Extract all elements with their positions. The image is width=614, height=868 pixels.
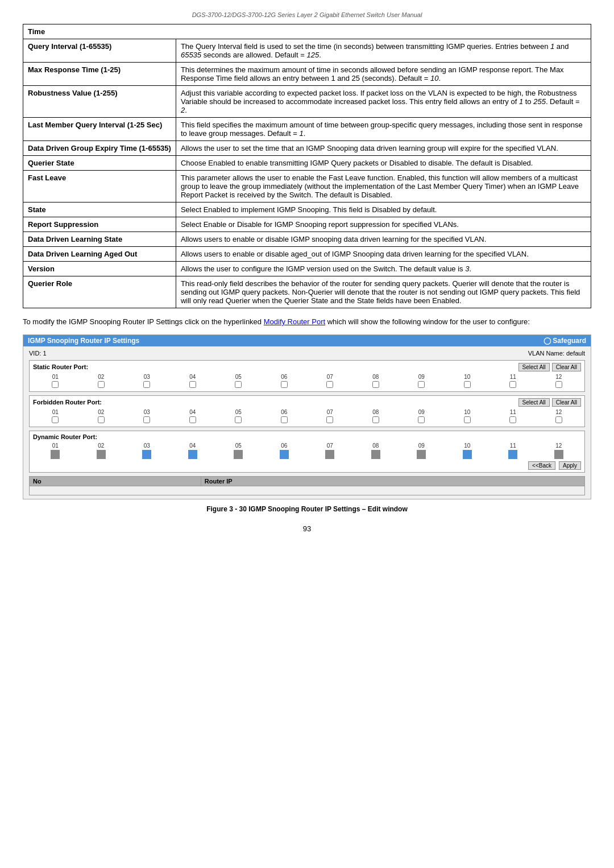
static-cb-03[interactable] <box>143 381 150 388</box>
row-label: Query Interval (1-65535) <box>23 39 176 63</box>
section-header: Time <box>23 24 591 39</box>
row-desc: This read-only field describes the behav… <box>176 276 591 308</box>
row-label: Robustness Value (1-255) <box>23 86 176 118</box>
forbidden-router-port-section: Forbidden Router Port: Select All Clear … <box>29 395 585 427</box>
table-row: Robustness Value (1-255) Adjust this var… <box>23 86 591 118</box>
forbidden-checkboxes <box>33 416 581 423</box>
forbidden-cb-05[interactable] <box>235 416 242 423</box>
port-num-08: 08 <box>354 374 399 380</box>
dport-num-12: 12 <box>537 443 582 449</box>
table-row: Querier Role This read-only field descri… <box>23 276 591 308</box>
static-cb-08[interactable] <box>372 381 379 388</box>
fport-num-05: 05 <box>216 409 261 415</box>
apply-button[interactable]: Apply <box>559 461 581 470</box>
dynamic-sq-06 <box>280 450 289 459</box>
dynamic-sq-10 <box>463 450 472 459</box>
table-row: Version Allows the user to configure the… <box>23 262 591 276</box>
back-button[interactable]: <<Back <box>528 461 555 470</box>
static-router-port-section: Static Router Port: Select All Clear All… <box>29 360 585 392</box>
forbidden-cb-07[interactable] <box>326 416 333 423</box>
static-cb-05[interactable] <box>235 381 242 388</box>
static-cb-02[interactable] <box>98 381 105 388</box>
static-select-all-button[interactable]: Select All <box>518 363 550 371</box>
row-desc: Allows the user to configure the IGMP ve… <box>176 262 591 276</box>
forbidden-section-header: Forbidden Router Port: Select All Clear … <box>33 398 581 407</box>
static-port-numbers: 01 02 03 04 05 06 07 08 09 10 11 12 <box>33 374 581 380</box>
static-clear-all-button[interactable]: Clear All <box>552 363 581 371</box>
static-cb-07[interactable] <box>326 381 333 388</box>
row-desc: Adjust this variable according to expect… <box>176 86 591 118</box>
row-label: Last Member Query Interval (1-25 Sec) <box>23 118 176 141</box>
dynamic-sq-02 <box>97 450 106 459</box>
forbidden-select-all-button[interactable]: Select All <box>518 398 550 407</box>
table-row: Fast Leave This parameter allows the use… <box>23 171 591 202</box>
static-cb-01[interactable] <box>52 381 59 388</box>
static-cb-04[interactable] <box>189 381 196 388</box>
table-row: Querier State Choose Enabled to enable t… <box>23 156 591 171</box>
dynamic-sq-03 <box>142 450 151 459</box>
vid-row: VID: 1 VLAN Name: default <box>29 350 585 357</box>
static-cb-12[interactable] <box>555 381 562 388</box>
table-row: Last Member Query Interval (1-25 Sec) Th… <box>23 118 591 141</box>
static-cb-09[interactable] <box>418 381 425 388</box>
router-ip-col-ip: Router IP <box>201 476 584 486</box>
static-cb-10[interactable] <box>464 381 471 388</box>
table-row: Data Driven Group Expiry Time (1-65535) … <box>23 141 591 156</box>
forbidden-cb-10[interactable] <box>464 416 471 423</box>
dport-num-11: 11 <box>491 443 536 449</box>
dynamic-sq-01 <box>51 450 60 459</box>
static-cb-11[interactable] <box>509 381 516 388</box>
forbidden-cb-06[interactable] <box>281 416 288 423</box>
dynamic-port-squares <box>33 450 581 459</box>
page-number: 93 <box>23 524 591 533</box>
dynamic-router-port-section: Dynamic Router Port: 01 02 03 04 05 06 0… <box>29 431 585 473</box>
body-text: To modify the IGMP Snooping Router IP Se… <box>23 316 591 328</box>
static-cb-06[interactable] <box>281 381 288 388</box>
forbidden-cb-03[interactable] <box>143 416 150 423</box>
safeguard-label: ◯ Safeguard <box>544 337 586 345</box>
row-label: Data Driven Learning Aged Out <box>23 247 176 262</box>
dynamic-sq-05 <box>234 450 243 459</box>
dport-num-06: 06 <box>262 443 307 449</box>
row-desc: This parameter allows the user to enable… <box>176 171 591 202</box>
port-num-09: 09 <box>399 374 444 380</box>
row-desc: Select Enable or Disable for IGMP Snoopi… <box>176 217 591 232</box>
bottom-buttons: <<Back Apply <box>33 461 581 470</box>
forbidden-cb-02[interactable] <box>98 416 105 423</box>
port-num-02: 02 <box>79 374 124 380</box>
forbidden-cb-09[interactable] <box>418 416 425 423</box>
forbidden-clear-all-button[interactable]: Clear All <box>552 398 581 407</box>
forbidden-cb-11[interactable] <box>509 416 516 423</box>
row-label: Querier State <box>23 156 176 171</box>
forbidden-cb-08[interactable] <box>372 416 379 423</box>
dynamic-port-numbers: 01 02 03 04 05 06 07 08 09 10 11 12 <box>33 443 581 449</box>
row-label: State <box>23 202 176 217</box>
fport-num-03: 03 <box>125 409 169 415</box>
fport-num-01: 01 <box>33 409 78 415</box>
panel-header: IGMP Snooping Router IP Settings ◯ Safeg… <box>23 335 591 346</box>
fport-num-06: 06 <box>262 409 307 415</box>
forbidden-cb-01[interactable] <box>52 416 59 423</box>
row-desc: Select Enabled to implement IGMP Snoopin… <box>176 202 591 217</box>
row-desc: This determines the maximum amount of ti… <box>176 63 591 86</box>
forbidden-cb-04[interactable] <box>189 416 196 423</box>
dynamic-sq-09 <box>417 450 426 459</box>
fport-num-07: 07 <box>308 409 352 415</box>
figure-caption: Figure 3 - 30 IGMP Snooping Router IP Se… <box>23 505 591 513</box>
dynamic-sq-07 <box>325 450 334 459</box>
table-row: State Select Enabled to implement IGMP S… <box>23 202 591 217</box>
fport-num-02: 02 <box>79 409 124 415</box>
row-label: Version <box>23 262 176 276</box>
row-label: Fast Leave <box>23 171 176 202</box>
dynamic-port-label: Dynamic Router Port: <box>33 433 97 440</box>
panel-title: IGMP Snooping Router IP Settings <box>28 337 139 345</box>
static-checkboxes <box>33 381 581 388</box>
port-num-04: 04 <box>171 374 215 380</box>
forbidden-cb-12[interactable] <box>555 416 562 423</box>
modify-router-port-link[interactable]: Modify Router Port <box>264 317 325 326</box>
forbidden-port-numbers: 01 02 03 04 05 06 07 08 09 10 11 12 <box>33 409 581 415</box>
router-ip-table: No Router IP <box>29 476 585 495</box>
fport-num-12: 12 <box>537 409 582 415</box>
fport-num-10: 10 <box>445 409 490 415</box>
static-port-label: Static Router Port: <box>33 363 88 370</box>
